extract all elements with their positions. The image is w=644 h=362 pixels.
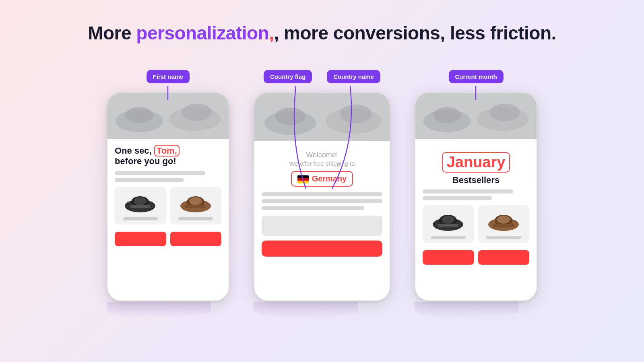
svg-point-5 [182,103,212,121]
tag-firstname: First name [147,70,190,83]
svg-point-27 [490,103,520,121]
phone-3-wrapper: Current month [415,64,537,318]
tag-country-flag: Country flag [264,70,312,83]
shoe-icon-3 [431,209,465,233]
headline-comma: , [269,23,274,43]
svg-rect-31 [438,224,458,227]
phone-1: One sec, Tom, before you go! [107,92,229,301]
phone-2-wrapper: Country flag Country name [254,64,390,318]
phone-3-content: January Bestsellers [415,139,537,271]
phone-1-wrapper: First name [107,64,229,318]
phone-1-header [107,93,229,139]
svg-point-3 [125,107,153,123]
product-card-2 [170,187,222,224]
product-line-3 [431,236,466,239]
placeholder-3a [423,189,513,193]
phone-2-header [254,93,390,141]
cta-btn-3b[interactable] [478,250,530,265]
phone-2-content: Welcome! We offer free shipping to [254,141,390,263]
card1-btns [115,229,221,246]
cta-btn-3a[interactable] [423,250,474,265]
card2-subtitle: We offer free shipping to [262,160,382,167]
card2-welcome: Welcome! [262,151,382,159]
card3-header: January Bestsellers [423,146,529,185]
phone-2-scene: Country flag Country name [254,64,390,318]
phone-3-scene: Current month [415,64,537,318]
product-line-4 [486,236,521,239]
card3-subtitle: Bestsellers [423,175,529,185]
tag-current-month: Current month [448,70,503,83]
product-card-3 [423,205,474,243]
svg-rect-35 [493,224,514,227]
svg-point-18 [340,104,372,123]
svg-point-8 [134,197,147,205]
placeholder-3b [423,196,492,200]
card1-title: One sec, Tom, before you go! [115,146,221,167]
flag-svg [297,175,309,183]
svg-point-30 [442,216,454,224]
phone-1-reflection [107,302,211,318]
shoe-icon-4 [487,209,521,233]
placeholder-1b [115,178,184,182]
shoe-icon-2 [179,191,213,215]
phone-2-header-art [254,93,390,141]
card1-name: Tom, [154,145,180,156]
card2-welcome-block: Welcome! We offer free shipping to [262,148,382,187]
card1-line1: One sec, [115,146,152,156]
svg-point-34 [497,216,510,224]
card3-btns [423,248,529,265]
product-line-1 [123,217,158,220]
svg-rect-21 [297,181,309,183]
headline-suffix: , more conversions, less friction. [274,23,556,43]
card1-line2: before you go! [115,156,176,166]
phone-1-content: One sec, Tom, before you go! [107,139,229,253]
card3-month: January [442,152,510,173]
placeholder-2c [262,206,364,210]
svg-point-16 [275,107,305,125]
phone-3: January Bestsellers [415,92,537,301]
phone-3-header-art [415,93,537,139]
placeholder-2b [262,199,382,203]
headline-prefix: More [88,23,136,43]
germany-flag [297,174,309,183]
placeholder-2a [262,192,382,196]
phone-2: Welcome! We offer free shipping to [254,92,390,301]
phone-1-header-art [107,93,229,139]
card2-placeholders [262,192,382,210]
tag-country-name: Country name [327,70,380,83]
products-grid-3 [423,205,529,243]
shoe-icon-1 [123,191,157,215]
product-card-4 [478,205,530,243]
svg-point-25 [433,107,461,123]
svg-rect-9 [130,205,151,208]
product-card-1 [115,187,166,224]
phone-1-scene: First name [107,64,229,318]
svg-rect-19 [297,175,309,178]
cta-btn-1b[interactable] [170,232,222,246]
phone-3-reflection [415,302,519,318]
svg-point-12 [189,197,202,205]
card2-input-area [262,216,382,236]
products-grid-1 [115,187,221,224]
product-line-2 [178,217,213,220]
phone-3-header [415,93,537,139]
country-name-text: Germany [312,174,347,183]
country-box: Germany [291,171,353,187]
svg-rect-13 [185,205,206,208]
main-headline: More personalization,, more conversions,… [88,22,556,44]
cta-btn-1a[interactable] [115,232,166,246]
headline-highlight: personalization [136,23,269,43]
svg-rect-20 [297,178,309,181]
phone-2-reflection [254,302,358,318]
cta-btn-2[interactable] [262,241,382,257]
placeholder-1a [115,171,205,175]
phones-container: First name [107,64,537,318]
